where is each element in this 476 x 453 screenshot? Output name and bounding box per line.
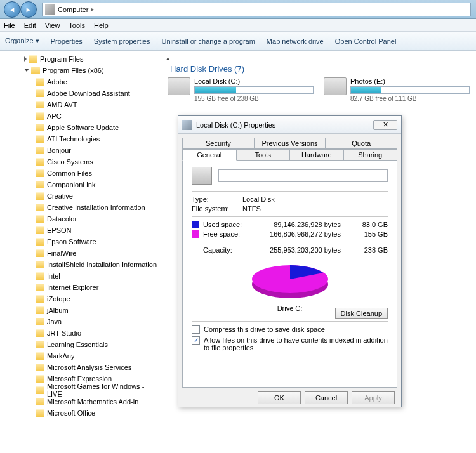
tree-label: Learning Essentials <box>47 341 108 348</box>
folder-icon <box>36 386 44 394</box>
tree-folder[interactable]: APC <box>0 110 161 122</box>
tree-folder[interactable]: InstallShield Installation Information <box>0 259 161 270</box>
tree-folder[interactable]: CompanionLink <box>0 179 161 190</box>
tree-folder[interactable]: Adobe <box>0 76 161 88</box>
menubar: File Edit View Tools Help <box>0 19 476 32</box>
forward-button[interactable]: ► <box>20 1 37 18</box>
menu-view[interactable]: View <box>45 22 60 29</box>
folder-icon <box>36 238 44 246</box>
usage-bar <box>194 86 314 94</box>
folder-icon <box>36 341 44 348</box>
tree-folder[interactable]: FinalWire <box>0 247 161 259</box>
folder-icon <box>36 409 44 417</box>
tab-general[interactable]: General <box>182 149 237 161</box>
tree-label: MarkAny <box>47 352 74 360</box>
folder-icon <box>36 249 44 257</box>
ok-button[interactable]: OK <box>258 391 301 404</box>
tree-folder[interactable]: Cisco Systems <box>0 156 161 167</box>
tree-folder[interactable]: EPSON <box>0 225 161 236</box>
toolbar-properties[interactable]: Properties <box>51 37 83 45</box>
menu-help[interactable]: Help <box>94 22 109 29</box>
tab-hardware[interactable]: Hardware <box>290 149 344 161</box>
disk-cleanup-button[interactable]: Disk Cleanup <box>335 308 388 319</box>
tree-folder[interactable]: Program Files <box>0 53 161 65</box>
folder-icon <box>36 272 44 280</box>
drive-icon <box>182 120 192 130</box>
folder-tree[interactable]: Program FilesProgram Files (x86)AdobeAdo… <box>0 51 161 453</box>
toolbar-control-panel[interactable]: Open Control Panel <box>335 37 397 45</box>
tree-folder[interactable]: Program Files (x86) <box>0 65 161 76</box>
drive-label-input[interactable] <box>218 169 388 182</box>
index-checkbox[interactable]: ✓ <box>192 336 200 345</box>
drive-free-text: 155 GB free of 238 GB <box>194 95 314 102</box>
cancel-button[interactable]: Cancel <box>305 391 348 404</box>
dialog-titlebar[interactable]: Local Disk (C:) Properties ✕ <box>178 116 401 134</box>
chevron-right-icon[interactable]: ▸ <box>91 5 95 13</box>
drive-item[interactable]: Local Disk (C:) 155 GB free of 238 GB <box>168 77 314 102</box>
tree-folder[interactable]: Microsoft Games for Windows - LIVE <box>0 384 161 396</box>
menu-file[interactable]: File <box>4 22 15 29</box>
folder-icon <box>36 147 44 154</box>
folder-icon <box>36 112 44 120</box>
drive-item[interactable]: Photos (E:) 82.7 GB free of 111 GB <box>324 77 470 102</box>
tree-label: Creative Installation Information <box>47 204 145 211</box>
tree-folder[interactable]: JRT Studio <box>0 327 161 339</box>
toolbar-uninstall[interactable]: Uninstall or change a program <box>162 37 255 45</box>
breadcrumb[interactable]: Computer <box>58 6 88 13</box>
usage-bar <box>350 86 470 94</box>
tree-folder[interactable]: Creative Installation Information <box>0 202 161 213</box>
apply-button[interactable]: Apply <box>352 391 395 404</box>
organize-menu[interactable]: Organize ▾ <box>5 37 39 45</box>
tree-folder[interactable]: MarkAny <box>0 350 161 362</box>
tree-folder[interactable]: AMD AVT <box>0 99 161 110</box>
tab-security[interactable]: Security <box>182 138 255 149</box>
folder-icon <box>36 78 44 86</box>
tab-quota[interactable]: Quota <box>326 138 397 149</box>
tree-label: ATI Technologies <box>47 135 100 143</box>
close-button[interactable]: ✕ <box>373 120 397 130</box>
back-button[interactable]: ◄ <box>4 1 20 18</box>
tab-sharing[interactable]: Sharing <box>344 149 398 161</box>
tree-folder[interactable]: Internet Explorer <box>0 282 161 293</box>
tree-folder[interactable]: Microsoft Analysis Services <box>0 362 161 373</box>
tree-folder[interactable]: jAlbum <box>0 305 161 316</box>
toolbar-map-drive[interactable]: Map network drive <box>267 37 324 45</box>
toolbar-system-properties[interactable]: System properties <box>94 37 150 45</box>
capacity-label: Capacity: <box>203 246 253 254</box>
tree-folder[interactable]: Microsoft Mathematics Add-in <box>0 396 161 407</box>
folder-icon <box>36 295 44 303</box>
tree-folder[interactable]: Datacolor <box>0 213 161 225</box>
tab-previous-versions[interactable]: Previous Versions <box>255 138 326 149</box>
expand-icon[interactable] <box>24 56 27 62</box>
address-bar[interactable]: Computer ▸ <box>42 3 471 16</box>
menu-edit[interactable]: Edit <box>24 22 36 29</box>
folder-icon <box>36 329 44 337</box>
tree-folder[interactable]: Learning Essentials <box>0 339 161 350</box>
folder-icon <box>36 181 44 188</box>
compress-label: Compress this drive to save disk space <box>204 325 325 333</box>
expand-icon[interactable] <box>24 69 29 74</box>
tree-folder[interactable]: Adobe Download Assistant <box>0 88 161 99</box>
tree-label: Microsoft Mathematics Add-in <box>47 398 138 405</box>
window-titlebar: ◄ ► Computer ▸ <box>0 0 476 19</box>
tree-folder[interactable]: Bonjour <box>0 145 161 156</box>
menu-tools[interactable]: Tools <box>69 22 85 29</box>
tree-folder[interactable]: Creative <box>0 190 161 202</box>
capacity-bytes: 255,953,203,200 bytes <box>253 246 352 254</box>
tree-label: Internet Explorer <box>47 284 98 291</box>
folder-icon <box>36 306 44 314</box>
tab-tools[interactable]: Tools <box>237 149 291 161</box>
tree-folder[interactable]: Common Files <box>0 167 161 179</box>
tree-folder[interactable]: Microsoft Office <box>0 407 161 419</box>
tree-folder[interactable]: Apple Software Update <box>0 122 161 133</box>
section-header: Hard Disk Drives (7) <box>170 64 470 74</box>
tree-folder[interactable]: iZotope <box>0 293 161 305</box>
tree-folder[interactable]: Intel <box>0 270 161 282</box>
compress-checkbox[interactable] <box>192 325 200 334</box>
tree-folder[interactable]: Epson Software <box>0 236 161 247</box>
tree-folder[interactable]: Java <box>0 316 161 327</box>
used-gb: 83.0 GB <box>352 221 388 228</box>
tree-folder[interactable]: ATI Technologies <box>0 133 161 145</box>
folder-icon <box>36 192 44 200</box>
properties-dialog: Local Disk (C:) Properties ✕ Security Pr… <box>178 115 402 407</box>
